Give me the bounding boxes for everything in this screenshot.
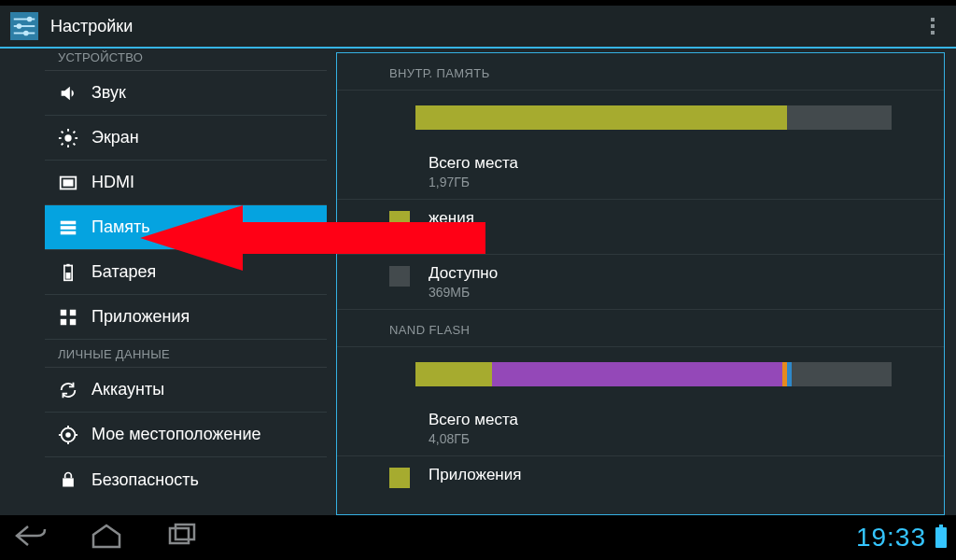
svg-rect-36 xyxy=(170,528,189,543)
battery-icon xyxy=(58,262,78,283)
action-bar-title: Настройки xyxy=(50,17,919,36)
svg-rect-22 xyxy=(66,263,69,266)
section-header-nand: NAND FLASH xyxy=(337,310,944,347)
row-value: 4,08ГБ xyxy=(429,431,518,446)
sidebar-item-label: Безопасность xyxy=(91,470,199,490)
svg-point-29 xyxy=(65,432,71,438)
sidebar-item-label: Экран xyxy=(91,128,139,147)
sidebar-header-device: УСТРОЙСТВО xyxy=(45,49,327,71)
svg-line-14 xyxy=(62,143,63,145)
svg-rect-25 xyxy=(70,309,76,315)
storage-icon xyxy=(58,217,78,238)
settings-sidebar: УСТРОЙСТВО Звук Экран HDMI xyxy=(0,49,336,515)
svg-line-13 xyxy=(74,143,76,145)
brightness-icon xyxy=(58,128,78,148)
lock-icon xyxy=(58,469,78,490)
svg-rect-20 xyxy=(61,231,77,234)
sidebar-item-label: HDMI xyxy=(91,173,134,192)
row-title: Приложения xyxy=(429,466,521,484)
sidebar-item-label: Аккаунты xyxy=(91,380,164,399)
svg-rect-17 xyxy=(63,179,74,186)
svg-rect-27 xyxy=(70,318,76,324)
svg-point-5 xyxy=(17,23,22,29)
recents-button[interactable] xyxy=(166,523,200,553)
row-value: 369МБ xyxy=(429,285,498,300)
svg-rect-18 xyxy=(61,220,77,224)
sidebar-item-accounts[interactable]: Аккаунты xyxy=(45,368,327,413)
settings-sliders-icon xyxy=(9,11,39,41)
sync-icon xyxy=(58,380,78,400)
row-nand-total[interactable]: Всего места 4,08ГБ xyxy=(337,401,944,456)
section-header-internal: ВНУТР. ПАМЯТЬ xyxy=(337,53,944,91)
back-button[interactable] xyxy=(15,523,47,553)
sidebar-item-label: Мое местоположение xyxy=(91,425,261,444)
storage-detail-panel[interactable]: ВНУТР. ПАМЯТЬ Всего места 1,97ГБ xyxy=(336,52,945,515)
svg-point-4 xyxy=(27,17,33,22)
svg-line-12 xyxy=(62,131,63,133)
row-internal-total[interactable]: Всего места 1,97ГБ xyxy=(337,145,944,200)
svg-rect-26 xyxy=(61,318,66,324)
location-icon xyxy=(58,425,78,445)
battery-status-icon xyxy=(935,527,947,548)
svg-rect-19 xyxy=(61,226,77,230)
nand-usage-bar xyxy=(415,362,892,386)
apps-icon xyxy=(58,307,78,328)
row-title: Всего места xyxy=(429,154,518,173)
sidebar-item-location[interactable]: Мое местоположение xyxy=(45,413,327,457)
svg-point-7 xyxy=(64,134,71,141)
row-nand-apps[interactable]: Приложения xyxy=(337,456,944,497)
svg-point-6 xyxy=(23,31,29,36)
overflow-menu-icon[interactable] xyxy=(919,12,947,40)
hdmi-icon xyxy=(58,173,78,193)
sidebar-item-label: Звук xyxy=(91,83,126,103)
sidebar-item-security[interactable]: Безопасность xyxy=(45,457,327,502)
svg-rect-34 xyxy=(63,478,74,486)
color-swatch xyxy=(389,468,410,488)
system-nav-bar: 19:33 xyxy=(0,515,956,560)
svg-line-15 xyxy=(74,131,76,133)
row-title: Всего места xyxy=(429,411,518,429)
sidebar-header-personal: ЛИЧНЫЕ ДАННЫЕ xyxy=(45,340,327,368)
home-button[interactable] xyxy=(90,523,123,553)
annotation-arrow xyxy=(140,205,485,271)
svg-rect-23 xyxy=(66,273,71,279)
internal-usage-bar xyxy=(415,105,892,130)
sound-icon xyxy=(58,83,78,104)
sidebar-item-hdmi[interactable]: HDMI xyxy=(45,161,327,205)
svg-rect-24 xyxy=(61,309,66,315)
svg-marker-35 xyxy=(140,205,485,271)
action-bar: Настройки xyxy=(0,6,956,49)
clock: 19:33 xyxy=(856,523,926,553)
sidebar-item-apps[interactable]: Приложения xyxy=(45,295,327,340)
sidebar-item-sound[interactable]: Звук xyxy=(45,71,327,116)
row-value: 1,97ГБ xyxy=(429,175,518,189)
sidebar-item-label: Приложения xyxy=(91,307,190,327)
sidebar-item-display[interactable]: Экран xyxy=(45,116,327,161)
svg-rect-37 xyxy=(176,525,194,539)
